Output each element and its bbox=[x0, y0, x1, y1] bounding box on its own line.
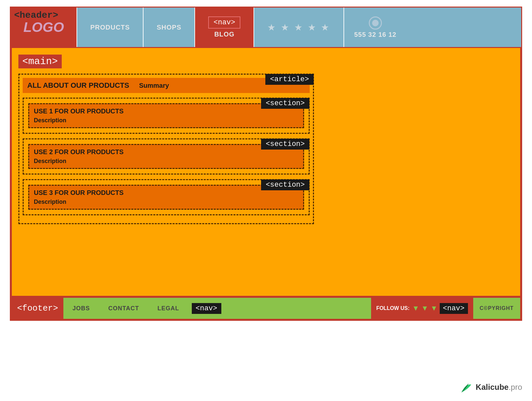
nav-area: PRODUCTS SHOPS <nav> BLOG ★ ★ ★ ★ ★ bbox=[77, 8, 521, 47]
section-1-title: USE 1 FOR OUR PRODUCTS bbox=[34, 107, 299, 115]
section-3: <section> USE 3 FOR OUR PRODUCTS Descrip… bbox=[23, 179, 310, 215]
footer-copyright: C©PYRIGHT bbox=[473, 305, 520, 311]
main-label: <main> bbox=[18, 55, 62, 68]
footer-nav: JOBS CONTACT LEGAL <nav> bbox=[63, 303, 371, 314]
footer-nav-contact[interactable]: CONTACT bbox=[99, 305, 148, 312]
phone-icon-inner bbox=[372, 20, 379, 26]
article-label: <article> bbox=[265, 74, 314, 85]
section-1-desc: Description bbox=[34, 117, 299, 124]
section-3-title: USE 3 FOR OUR PRODUCTS bbox=[34, 189, 299, 197]
page-wrapper: <header> LOGO PRODUCTS SHOPS <nav> BLOG bbox=[10, 7, 522, 321]
phone-icon bbox=[369, 16, 382, 30]
nav-item-products-label: PRODUCTS bbox=[90, 24, 130, 31]
kalicube-brand: Kalicube.pro bbox=[459, 380, 522, 394]
footer-follow-nav: <nav> bbox=[440, 303, 468, 314]
nav-item-shops-label: SHOPS bbox=[157, 24, 181, 31]
footer-nav-jobs[interactable]: JOBS bbox=[63, 305, 99, 312]
section-3-label: <section> bbox=[261, 179, 309, 190]
header-label: <header> bbox=[14, 10, 58, 20]
footer-follow-arrows: ▼ ▼ ▼ bbox=[412, 304, 438, 313]
main-section: <main> <article> ALL ABOUT OUR PRODUCTS … bbox=[11, 47, 521, 297]
footer-label: <footer> bbox=[12, 298, 63, 319]
nav-item-blog-label: BLOG bbox=[214, 31, 234, 38]
section-2: <section> USE 2 FOR OUR PRODUCTS Descrip… bbox=[23, 138, 310, 175]
section-2-desc: Description bbox=[34, 158, 299, 165]
phone-area[interactable]: 555 32 16 12 bbox=[344, 8, 406, 47]
phone-number: 555 32 16 12 bbox=[354, 31, 396, 38]
article-summary: Summary bbox=[139, 82, 169, 89]
stars-area: ★ ★ ★ ★ ★ bbox=[254, 8, 344, 47]
kalicube-icon bbox=[459, 380, 473, 394]
nav-item-blog[interactable]: <nav> BLOG bbox=[194, 8, 254, 47]
section-2-label: <section> bbox=[261, 139, 309, 150]
section-1: <section> USE 1 FOR OUR PRODUCTS Descrip… bbox=[23, 98, 310, 134]
kalicube-text: Kalicube.pro bbox=[476, 383, 522, 392]
footer-nav-legal[interactable]: LEGAL bbox=[148, 305, 188, 312]
stars-text: ★ ★ ★ ★ ★ bbox=[267, 22, 330, 33]
section-1-label: <section> bbox=[261, 98, 309, 109]
logo-text: LOGO bbox=[23, 19, 64, 35]
article-title: ALL ABOUT OUR PRODUCTS bbox=[27, 81, 129, 90]
section-3-desc: Description bbox=[34, 199, 299, 205]
section-2-title: USE 2 FOR OUR PRODUCTS bbox=[34, 148, 299, 156]
article-container: <article> ALL ABOUT OUR PRODUCTS Summary… bbox=[18, 74, 314, 224]
footer-nav-label: <nav> bbox=[192, 303, 221, 314]
footer-follow-text: FOLLOW US: bbox=[376, 305, 410, 311]
header: <header> LOGO PRODUCTS SHOPS <nav> BLOG bbox=[11, 8, 521, 47]
footer: <footer> JOBS CONTACT LEGAL <nav> FOLLOW… bbox=[11, 297, 521, 320]
nav-item-products[interactable]: PRODUCTS bbox=[77, 8, 143, 47]
footer-follow-area: FOLLOW US: ▼ ▼ ▼ <nav> bbox=[371, 298, 473, 319]
nav-item-shops[interactable]: SHOPS bbox=[143, 8, 194, 47]
nav-label: <nav> bbox=[213, 18, 235, 27]
